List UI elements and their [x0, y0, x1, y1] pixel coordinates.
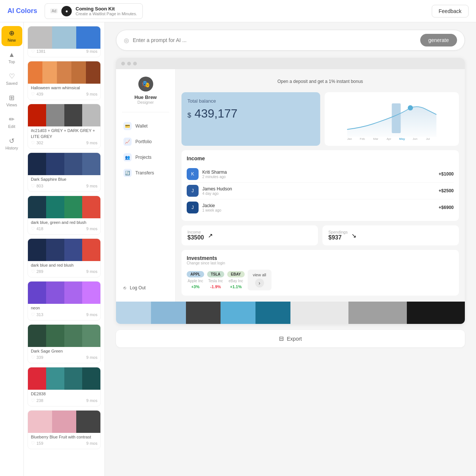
user-name: Hue Brew: [135, 94, 157, 100]
finance-nav-wallet[interactable]: 💳 Wallet: [122, 118, 169, 134]
palette-sidebar: ♡1381 9 mos Halloween warm whimsical ♡43…: [24, 22, 105, 476]
view-all-button[interactable]: view all ›: [248, 270, 271, 290]
swatch-block-8[interactable]: [407, 302, 465, 324]
palette-name-10: Blueberry Blue Fruit with contrast: [31, 434, 97, 440]
svg-text:May: May: [399, 137, 405, 141]
income-info-2: James Hudson 4 day ago: [202, 186, 435, 196]
nav-item-new[interactable]: ⊕ New: [1, 26, 22, 46]
palette-swatch-1: [28, 26, 100, 49]
palette-name-9: DE2838: [31, 391, 97, 397]
invest-change-appl: +3%: [191, 284, 199, 289]
investments-header-text: Investments Change since last login: [187, 255, 225, 265]
income-name-3: Jackie: [202, 203, 435, 208]
export-bar[interactable]: ⊟ Export: [116, 330, 465, 347]
invest-item-tsla[interactable]: TSLA Tesla Inc -1.9%: [207, 271, 224, 289]
palette-card-10[interactable]: Blueberry Blue Fruit with contrast ♡159 …: [28, 410, 101, 449]
palette-name-6: dark blue and red blush: [31, 263, 97, 268]
heart-icon-1: ♡: [31, 49, 35, 54]
user-role: Designer: [137, 100, 154, 104]
swatch-group-left: [116, 302, 290, 324]
swatch-block-4[interactable]: [221, 302, 255, 324]
palette-card-2[interactable]: Halloween warm whimsical ♡439 9 mos: [28, 61, 101, 100]
swatch-block-6[interactable]: [290, 302, 348, 324]
invest-item-appl[interactable]: APPL Apple Inc +3%: [187, 271, 204, 289]
nav-label-history: History: [5, 146, 18, 150]
palette-card-9[interactable]: DE2838 ♡238 9 mos: [28, 367, 101, 406]
nav-item-history[interactable]: ↺ History: [1, 134, 22, 154]
palette-card-4[interactable]: Dark Sapphire Blue ♡803 9 mos: [28, 152, 101, 192]
palette-likes-4: ♡803: [31, 183, 43, 189]
palette-meta-7: ♡313 9 mos: [28, 312, 100, 317]
income-amount-3: +$6900: [439, 205, 454, 210]
invest-change-ebay: +1.1%: [230, 284, 242, 289]
user-avatar: 🎭: [138, 77, 153, 91]
palette-info-6: dark blue and red blush: [28, 261, 100, 269]
nav-item-edit[interactable]: ✏ Edit: [1, 112, 22, 132]
heart-icon-5: ♡: [31, 226, 35, 231]
income-item-1: K Kriti Sharma 2 minutes ago +$1000: [187, 166, 454, 183]
preview-titlebar: [116, 58, 465, 69]
palette-card-7[interactable]: neon ♡313 9 mos: [28, 281, 101, 320]
swatch-block-3[interactable]: [186, 302, 221, 324]
ad-banner: Ad ● Coming Soon Kit Create a Waitlist P…: [45, 3, 143, 19]
finance-sidebar: 🎭 Hue Brew Designer 💳 Wallet 📈 Portfolio…: [116, 69, 176, 302]
income-item-3: J Jackie 1 week ago +$6900: [187, 199, 454, 216]
nav-item-views[interactable]: ⊞ Views: [1, 91, 22, 111]
preview-card: 🎭 Hue Brew Designer 💳 Wallet 📈 Portfolio…: [116, 58, 465, 324]
income-trend-icon: ↗: [208, 232, 213, 239]
swatch-block-7[interactable]: [348, 302, 406, 324]
finance-nav-transfers[interactable]: 🔄 Transfers: [122, 165, 169, 181]
palette-info-10: Blueberry Blue Fruit with contrast: [28, 433, 100, 441]
palette-card-1[interactable]: ♡1381 9 mos: [28, 26, 101, 57]
invest-name-appl: Apple Inc: [187, 279, 203, 283]
swatch-block-5[interactable]: [255, 302, 290, 324]
nav-label-saved: Saved: [6, 81, 17, 86]
investments-sub: Change since last login: [187, 261, 225, 265]
ad-text-block: Coming Soon Kit Create a Waitlist Page i…: [75, 6, 137, 16]
palette-meta-1: ♡1381 9 mos: [28, 49, 100, 54]
palette-likes-5: ♡418: [31, 226, 43, 231]
nav-item-top[interactable]: ▲ Top: [1, 48, 22, 68]
finance-user: 🎭 Hue Brew Designer: [122, 77, 169, 112]
edit-icon: ✏: [9, 116, 15, 123]
income-title: Income: [187, 155, 454, 161]
finance-nav-projects[interactable]: 👥 Projects: [122, 149, 169, 165]
ad-logo: ●: [61, 6, 72, 16]
invest-item-ebay[interactable]: EBAY eBay Inc +1.1%: [227, 271, 245, 289]
income-avatar-3: J: [187, 202, 199, 213]
finance-nav-portfolio[interactable]: 📈 Portfolio: [122, 134, 169, 149]
ad-title: Coming Soon Kit: [75, 6, 137, 12]
palette-likes-8: ♡339: [31, 355, 43, 360]
chart-svg: Jan Feb Mar Apr May Jun Jul: [328, 96, 455, 141]
prompt-input[interactable]: [133, 37, 416, 43]
palette-name-2: Halloween warm whimsical: [31, 85, 97, 91]
income-time-2: 4 day ago: [202, 192, 435, 196]
palette-card-8[interactable]: Dark Sage Green ♡339 9 mos: [28, 324, 101, 363]
topbar-left: AI Colors Ad ● Coming Soon Kit Create a …: [7, 3, 143, 19]
projects-label: Projects: [135, 155, 151, 160]
swatch-block-2[interactable]: [151, 302, 186, 324]
palette-info-9: DE2838: [28, 390, 100, 398]
palette-meta-3: ♡302 9 mos: [28, 140, 100, 145]
portfolio-icon: 📈: [123, 138, 132, 146]
income-info-3: Jackie 1 week ago: [202, 203, 435, 212]
palette-swatch-7: [28, 282, 100, 304]
palette-card-3[interactable]: #c21d03 + GREY + DARK GREY + LITE GREY ♡…: [28, 104, 101, 149]
transfers-icon: 🔄: [123, 169, 132, 177]
palette-card-6[interactable]: dark blue and red blush ♡289 9 mos: [28, 238, 101, 277]
swatch-block-1[interactable]: [116, 302, 151, 324]
feedback-button[interactable]: Feedback: [432, 5, 469, 17]
ad-badge: Ad: [50, 9, 58, 13]
palette-card-5[interactable]: dark blue, green and red blush ♡418 9 mo…: [28, 196, 101, 235]
heart-icon-10: ♡: [31, 441, 35, 446]
palette-name-7: neon: [31, 305, 97, 311]
titlebar-dot-1: [121, 62, 125, 65]
export-label: Export: [287, 336, 302, 342]
palette-likes-3: ♡302: [31, 140, 43, 145]
logout-button[interactable]: ⎋ Log Out: [122, 282, 169, 294]
portfolio-label: Portfolio: [135, 139, 152, 144]
generate-button[interactable]: generate: [420, 34, 457, 46]
income-avatar-2: J: [187, 185, 199, 197]
nav-item-saved[interactable]: ♡ Saved: [1, 69, 22, 89]
saved-icon: ♡: [9, 73, 15, 80]
